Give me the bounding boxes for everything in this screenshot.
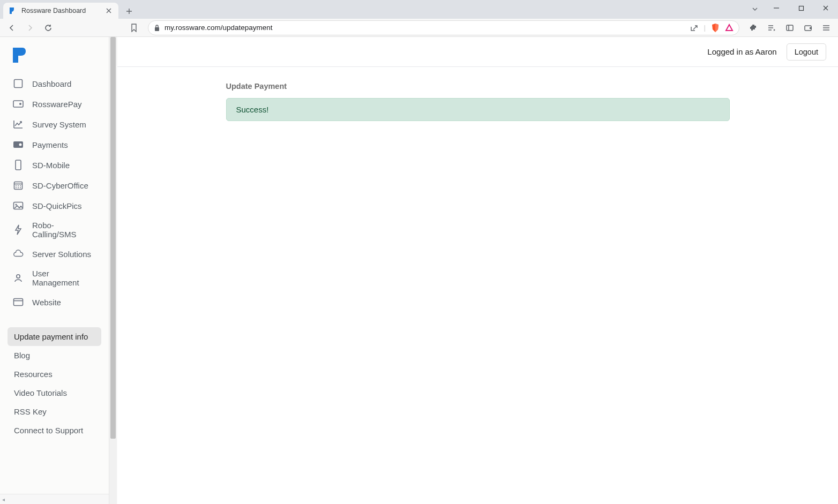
brave-rewards-icon[interactable]: [725, 24, 734, 32]
scrollbar-thumb[interactable]: [110, 37, 116, 439]
nav-item-survey-system[interactable]: Survey System: [8, 114, 101, 134]
search-tabs-button[interactable]: [747, 2, 763, 16]
content: Update Payment Success!: [117, 67, 838, 136]
cloud-icon: [13, 249, 24, 259]
svg-rect-23: [14, 299, 23, 306]
window-icon: [13, 297, 24, 307]
reload-button[interactable]: [41, 20, 56, 35]
favicon-icon: [9, 6, 17, 15]
browser-toolbar: my.rossware.com/updatepayment |: [0, 19, 838, 37]
secondary-label: RSS Key: [14, 407, 47, 416]
new-tab-button[interactable]: [122, 4, 137, 19]
chart-line-icon: [13, 119, 24, 130]
logout-button[interactable]: Logout: [787, 43, 826, 61]
rosswarepay-icon: [13, 99, 24, 109]
logo[interactable]: [0, 37, 109, 69]
svg-rect-7: [13, 101, 23, 107]
nav-item-dashboard[interactable]: Dashboard: [8, 73, 101, 94]
secondary-item-video-tutorials[interactable]: Video Tutorials: [8, 383, 101, 402]
svg-point-18: [18, 187, 19, 189]
nav-label: Survey System: [32, 120, 96, 129]
browser-chrome: Rossware Dashboard: [0, 0, 838, 37]
secondary-item-connect-support[interactable]: Connect to Support: [8, 421, 101, 440]
window-maximize-button[interactable]: [789, 0, 813, 16]
secondary-item-rss-key[interactable]: RSS Key: [8, 402, 101, 421]
mobile-icon: [13, 160, 24, 170]
nav-item-sd-cyberoffice[interactable]: SD-CyberOffice: [8, 175, 101, 195]
nav-label: Dashboard: [32, 79, 96, 88]
page: Dashboard RosswarePay Survey System: [0, 37, 838, 504]
share-icon[interactable]: [690, 24, 698, 32]
nav-label: RosswarePay: [32, 100, 96, 109]
svg-point-15: [18, 185, 19, 186]
alert-text: Success!: [236, 105, 269, 114]
svg-point-14: [16, 185, 17, 186]
back-button[interactable]: [4, 20, 19, 35]
brave-shields-icon[interactable]: [711, 23, 720, 33]
horizontal-scroll-strip: ◂ ▸: [0, 494, 117, 504]
nav-item-sd-quickpics[interactable]: SD-QuickPics: [8, 195, 101, 216]
sidebar-scrollbar[interactable]: [109, 37, 117, 504]
sidebar: Dashboard RosswarePay Survey System: [0, 37, 117, 504]
success-alert: Success!: [226, 98, 730, 121]
svg-rect-6: [14, 80, 23, 88]
sidepanel-button[interactable]: [782, 20, 797, 35]
window-close-button[interactable]: [813, 0, 838, 16]
nav-item-server-solutions[interactable]: Server Solutions: [8, 244, 101, 264]
svg-rect-5: [810, 27, 812, 29]
svg-point-16: [20, 185, 21, 186]
tab-close-icon[interactable]: [104, 6, 113, 15]
svg-rect-11: [16, 160, 21, 170]
secondary-item-update-payment[interactable]: Update payment info: [8, 327, 101, 346]
nav-label: Robo-Calling/SMS: [32, 221, 96, 239]
secondary-item-resources[interactable]: Resources: [8, 365, 101, 383]
window-controls: [764, 0, 838, 16]
secondary-nav-group: Update payment info Blog Resources Video…: [0, 312, 109, 445]
payments-icon: [13, 139, 24, 150]
image-icon: [13, 200, 24, 211]
playlist-button[interactable]: [764, 20, 779, 35]
window-minimize-button[interactable]: [764, 0, 789, 16]
nav-label: SD-QuickPics: [32, 201, 96, 210]
topbar: Logged in as Aaron Logout: [117, 37, 838, 67]
nav-item-rosswarepay[interactable]: RosswarePay: [8, 94, 101, 114]
extensions-button[interactable]: [746, 20, 761, 35]
tab-title: Rossware Dashboard: [21, 7, 100, 14]
svg-rect-1: [155, 27, 159, 31]
page-heading: Update Payment: [226, 82, 730, 91]
svg-rect-2: [787, 25, 793, 31]
nav-label: Website: [32, 298, 96, 307]
browser-tab[interactable]: Rossware Dashboard: [3, 3, 118, 19]
main: Logged in as Aaron Logout Update Payment…: [117, 37, 838, 504]
nav-label: Server Solutions: [32, 250, 96, 259]
nav-label: SD-CyberOffice: [32, 181, 96, 190]
secondary-label: Connect to Support: [14, 426, 83, 435]
bolt-icon: [13, 224, 24, 235]
nav-group: Dashboard RosswarePay Survey System: [0, 69, 109, 312]
secondary-label: Video Tutorials: [14, 388, 67, 397]
wallet-button[interactable]: [800, 20, 815, 35]
nav-label: SD-Mobile: [32, 161, 96, 170]
user-icon: [13, 273, 24, 283]
nav-item-payments[interactable]: Payments: [8, 134, 101, 155]
address-bar[interactable]: my.rossware.com/updatepayment |: [148, 20, 739, 35]
nav-item-sd-mobile[interactable]: SD-Mobile: [8, 155, 101, 175]
calendar-icon: [13, 180, 24, 191]
svg-rect-0: [799, 6, 803, 10]
svg-point-21: [16, 204, 17, 206]
scroll-left-icon[interactable]: ◂: [2, 497, 5, 502]
secondary-label: Blog: [14, 351, 30, 360]
lock-icon: [154, 24, 160, 32]
secondary-label: Update payment info: [14, 332, 88, 341]
nav-label: Payments: [32, 140, 96, 149]
nav-item-website[interactable]: Website: [8, 292, 101, 312]
nav-item-user-management[interactable]: User Management: [8, 264, 101, 292]
svg-point-10: [19, 144, 22, 146]
nav-label: User Management: [32, 269, 96, 287]
bookmark-button[interactable]: [126, 20, 141, 35]
nav-item-robo-calling[interactable]: Robo-Calling/SMS: [8, 216, 101, 244]
forward-button[interactable]: [23, 20, 38, 35]
secondary-item-blog[interactable]: Blog: [8, 346, 101, 365]
tab-strip: Rossware Dashboard: [0, 0, 838, 19]
menu-button[interactable]: [819, 20, 834, 35]
